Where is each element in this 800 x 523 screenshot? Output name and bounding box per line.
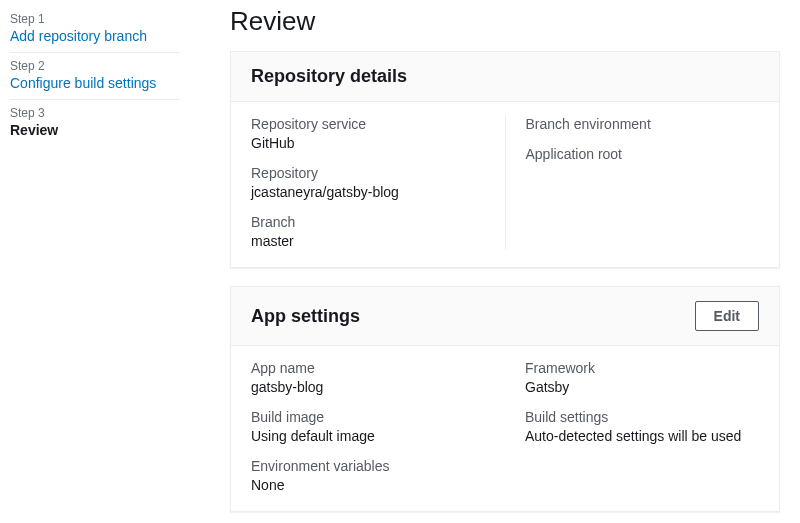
wizard-sidebar: Step 1 Add repository branch Step 2 Conf… (0, 0, 200, 523)
main-content: Review Repository details Repository ser… (200, 0, 800, 523)
field-repository: Repository jcastaneyra/gatsby-blog (251, 165, 485, 200)
panel-title: App settings (251, 306, 360, 327)
field-repository-service: Repository service GitHub (251, 116, 485, 151)
field-build-image: Build image Using default image (251, 409, 485, 444)
field-environment-variables: Environment variables None (251, 458, 485, 493)
repository-details-panel: Repository details Repository service Gi… (230, 51, 780, 268)
step-number-label: Step 2 (10, 59, 180, 73)
page-title: Review (230, 6, 780, 37)
field-build-settings: Build settings Auto-detected settings wi… (525, 409, 759, 444)
app-settings-panel: App settings Edit App name gatsby-blog B… (230, 286, 780, 512)
wizard-step-2[interactable]: Step 2 Configure build settings (10, 52, 180, 99)
step-number-label: Step 3 (10, 106, 180, 120)
step-link-configure-build-settings[interactable]: Configure build settings (10, 75, 180, 91)
panel-header: Repository details (231, 52, 779, 102)
field-application-root: Application root (526, 146, 760, 162)
edit-button[interactable]: Edit (695, 301, 759, 331)
panel-header: App settings Edit (231, 287, 779, 346)
wizard-step-3: Step 3 Review (10, 99, 180, 146)
step-link-add-repository-branch[interactable]: Add repository branch (10, 28, 180, 44)
panel-title: Repository details (251, 66, 407, 87)
field-branch-environment: Branch environment (526, 116, 760, 132)
wizard-step-1[interactable]: Step 1 Add repository branch (10, 12, 180, 52)
step-current-review: Review (10, 122, 180, 138)
field-framework: Framework Gatsby (525, 360, 759, 395)
step-number-label: Step 1 (10, 12, 180, 26)
field-app-name: App name gatsby-blog (251, 360, 485, 395)
field-branch: Branch master (251, 214, 485, 249)
